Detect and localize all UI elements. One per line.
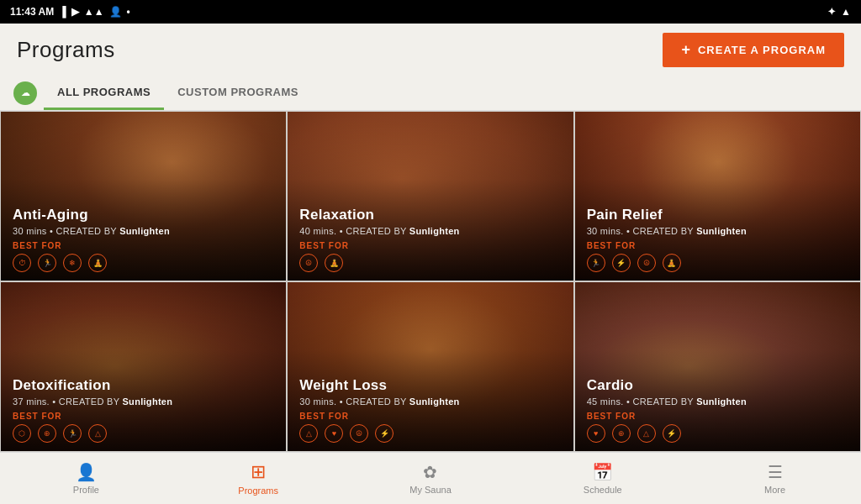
card-content-relaxation: Relaxation 40 mins. • CREATED BY Sunligh… (288, 198, 573, 281)
page-title: Programs (17, 37, 115, 63)
time: 11:43 AM (10, 6, 54, 18)
program-card-cardio[interactable]: Cardio 45 mins. • CREATED BY Sunlighten … (574, 281, 861, 452)
programs-icon: ⊞ (251, 461, 266, 483)
icon-molecule: ⬡ (13, 424, 31, 443)
wifi-icon: ▲ (841, 6, 851, 18)
card-best-for-cardio: BEST FOR (587, 412, 848, 421)
icon-lotus2: ☮ (637, 254, 656, 272)
status-right: ✦ ▲ (827, 6, 851, 18)
program-card-detox[interactable]: Detoxification 37 mins. • CREATED BY Sun… (0, 281, 287, 452)
icon-triangle2: △ (637, 424, 656, 443)
icon-dumbbell2: ⚡ (375, 424, 394, 443)
bluetooth-icon: ✦ (827, 6, 836, 18)
card-meta-cardio: 45 mins. • CREATED BY Sunlighten (587, 396, 848, 407)
icon-person: 🧘 (88, 254, 107, 272)
nav-schedule-label: Schedule (584, 485, 622, 495)
bottom-nav: 👤 Profile ⊞ Programs ✿ My Sauna 📅 Schedu… (0, 452, 861, 504)
card-best-for-anti-aging: BEST FOR (13, 241, 274, 250)
icon-heart3: ♥ (587, 424, 605, 443)
card-meta-pain-relief: 30 mins. • CREATED BY Sunlighten (587, 226, 848, 236)
tabs-bar: ☁ ALL PROGRAMS CUSTOM PROGRAMS (0, 76, 861, 111)
card-meta-anti-aging: 30 mins • CREATED BY Sunlighten (13, 226, 274, 236)
notification-icon: ▐ (59, 6, 66, 18)
status-bar: 11:43 AM ▐ ▶ ▲▲ 👤 • ✦ ▲ (0, 0, 861, 24)
profile-icon: 👤 (76, 462, 97, 482)
person-icon: 👤 (109, 6, 122, 18)
programs-grid: Anti-Aging 30 mins • CREATED BY Sunlight… (0, 111, 861, 452)
icon-dumbbell3: ⚡ (663, 424, 681, 443)
cloud-icon: ☁ (13, 81, 37, 105)
card-meta-relaxation: 40 mins. • CREATED BY Sunlighten (299, 226, 561, 236)
card-icons-relaxation: ☮ 🧘 (299, 254, 561, 272)
header: Programs + CREATE A PROGRAM (0, 24, 861, 76)
dot-icon: • (127, 6, 130, 18)
icon-run: 🏃 (38, 254, 56, 272)
icon-dumbbell: ⚡ (612, 254, 631, 272)
program-card-anti-aging[interactable]: Anti-Aging 30 mins • CREATED BY Sunlight… (0, 111, 287, 281)
card-best-for-weight-loss: BEST FOR (299, 412, 561, 421)
card-title-weight-loss: Weight Loss (299, 377, 561, 394)
card-icons-anti-aging: ⏱ 🏃 ❄ 🧘 (13, 254, 274, 272)
card-title-detox: Detoxification (13, 377, 274, 394)
youtube-icon: ▶ (71, 6, 79, 18)
signal-icon: ▲▲ (84, 6, 104, 18)
icon-person2: 🧘 (663, 254, 681, 272)
icon-snowflake: ❄ (63, 254, 82, 272)
more-icon: ☰ (768, 462, 783, 482)
icon-clock: ⏱ (13, 254, 31, 272)
icon-figure2: 🏃 (587, 254, 605, 272)
card-title-anti-aging: Anti-Aging (13, 207, 274, 223)
card-title-relaxation: Relaxation (299, 207, 561, 223)
card-content-weight-loss: Weight Loss 30 mins. • CREATED BY Sunlig… (288, 369, 573, 451)
icon-body: ⊕ (38, 424, 56, 443)
card-best-for-pain-relief: BEST FOR (587, 241, 848, 250)
icon-lotus: ☮ (299, 254, 318, 272)
tab-custom-programs[interactable]: CUSTOM PROGRAMS (164, 76, 312, 110)
card-title-cardio: Cardio (587, 377, 848, 394)
nav-sauna[interactable]: ✿ My Sauna (401, 462, 460, 495)
nav-more[interactable]: ☰ More (746, 462, 805, 495)
card-best-for-detox: BEST FOR (13, 412, 274, 421)
icon-triangle: △ (88, 424, 107, 443)
icon-run2: 🏃 (63, 424, 82, 443)
card-best-for-relaxation: BEST FOR (299, 241, 561, 250)
card-content-detox: Detoxification 37 mins. • CREATED BY Sun… (1, 369, 286, 451)
nav-sauna-label: My Sauna (409, 485, 452, 495)
program-card-pain-relief[interactable]: Pain Relief 30 mins. • CREATED BY Sunlig… (574, 111, 861, 281)
app-container: Programs + CREATE A PROGRAM ☁ ALL PROGRA… (0, 24, 861, 504)
icon-yoga: 🧘 (325, 254, 343, 272)
tab-all-label: ALL PROGRAMS (57, 86, 151, 98)
icon-heart1: △ (299, 424, 318, 443)
tab-all-programs[interactable]: ALL PROGRAMS (44, 76, 164, 110)
program-card-weight-loss[interactable]: Weight Loss 30 mins. • CREATED BY Sunlig… (287, 281, 573, 452)
card-title-pain-relief: Pain Relief (587, 207, 848, 223)
icon-heart2: ♥ (325, 424, 343, 443)
card-content-cardio: Cardio 45 mins. • CREATED BY Sunlighten … (575, 369, 860, 451)
card-content-anti-aging: Anti-Aging 30 mins • CREATED BY Sunlight… (1, 198, 286, 281)
nav-more-label: More (764, 485, 785, 495)
nav-programs[interactable]: ⊞ Programs (229, 461, 288, 496)
create-button-label: CREATE A PROGRAM (698, 44, 826, 56)
status-left: 11:43 AM ▐ ▶ ▲▲ 👤 • (10, 6, 130, 18)
plus-icon: + (681, 41, 691, 59)
card-icons-weight-loss: △ ♥ ☮ ⚡ (299, 424, 561, 443)
create-program-button[interactable]: + CREATE A PROGRAM (663, 33, 844, 67)
nav-programs-label: Programs (238, 486, 278, 496)
nav-schedule[interactable]: 📅 Schedule (573, 462, 632, 495)
card-icons-detox: ⬡ ⊕ 🏃 △ (13, 424, 274, 443)
card-meta-detox: 37 mins. • CREATED BY Sunlighten (13, 396, 274, 407)
schedule-icon: 📅 (592, 462, 613, 482)
card-content-pain-relief: Pain Relief 30 mins. • CREATED BY Sunlig… (575, 198, 860, 281)
nav-profile-label: Profile (73, 485, 99, 495)
icon-lotus3: ☮ (350, 424, 368, 443)
tab-custom-label: CUSTOM PROGRAMS (177, 86, 298, 98)
card-icons-cardio: ♥ ⊕ △ ⚡ (587, 424, 848, 443)
sauna-icon: ✿ (423, 462, 437, 482)
nav-profile[interactable]: 👤 Profile (56, 462, 115, 495)
program-card-relaxation[interactable]: Relaxation 40 mins. • CREATED BY Sunligh… (287, 111, 573, 281)
card-icons-pain-relief: 🏃 ⚡ ☮ 🧘 (587, 254, 848, 272)
card-meta-weight-loss: 30 mins. • CREATED BY Sunlighten (299, 396, 561, 407)
icon-body2: ⊕ (612, 424, 631, 443)
